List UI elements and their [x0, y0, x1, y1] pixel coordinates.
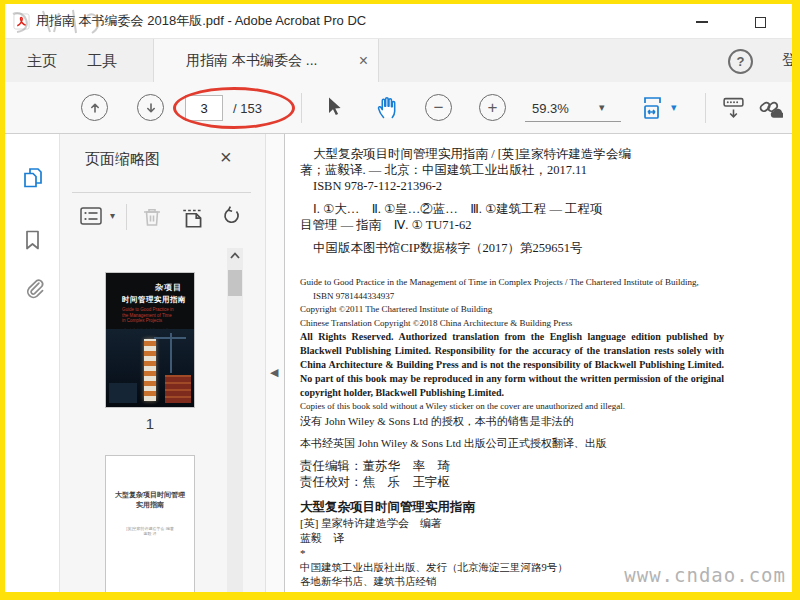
zoom-in-button[interactable]: + [479, 94, 506, 121]
next-page-button[interactable] [137, 94, 164, 121]
doc-line: Copyright ©2011 The Chartered Institute … [300, 303, 724, 317]
rotate-ccw-icon [225, 207, 238, 223]
panel-divider [72, 192, 251, 193]
zoom-level-value[interactable]: 59.3% [532, 101, 569, 116]
options-caret-icon[interactable]: ▾ [110, 210, 115, 221]
doc-line: Guide to Good Practice in the Management… [300, 276, 724, 290]
collapse-toolbar-button[interactable] [721, 95, 746, 120]
arrow-down-icon [144, 101, 158, 115]
thumbnail-1-page-label: 1 [105, 415, 195, 432]
doc-paragraph-rights: All Rights Reserved. Authorized translat… [300, 330, 724, 400]
doc-line: * [300, 546, 724, 561]
help-button[interactable]: ? [728, 49, 753, 74]
document-page[interactable]: 大型复杂项目时间管理实用指南 / [英]皇家特许建造学会编 著；蓝毅译. — 北… [285, 134, 792, 592]
trash-icon [144, 210, 160, 225]
doc-line: 蓝毅 译 [300, 531, 724, 546]
cover-title-line2: 时间管理实用指南 [106, 295, 194, 305]
minimize-icon [696, 21, 708, 23]
doc-line: 目管理 — 指南 Ⅳ. ① TU71-62 [300, 217, 724, 233]
main-toolbar: / 153 − + 59.3% ▾ ▾ [5, 82, 792, 134]
rotate-page-button[interactable] [220, 204, 244, 230]
minus-icon: − [434, 98, 444, 118]
fit-width-button[interactable] [639, 95, 665, 121]
previous-page-button[interactable] [81, 94, 108, 121]
collapse-panel-button[interactable]: ◀ [270, 366, 278, 379]
crop-page-icon [183, 211, 203, 227]
acrobat-app-icon [13, 13, 30, 30]
fit-width-icon [645, 98, 660, 118]
hand-tool-button[interactable] [375, 95, 400, 120]
cover-photo [106, 329, 194, 407]
thumbnails-scrollbar[interactable] [227, 248, 243, 592]
doc-line: [英] 皇家特许建造学会 编著 [300, 516, 724, 531]
cover-subtitle: Guide to Good Practice in the Management… [106, 307, 176, 324]
page-thumbnail-1[interactable]: 杂项目 时间管理实用指南 Guide to Good Practice in t… [105, 272, 195, 408]
doc-line: 没有 John Wiley & Sons Ltd 的授权，本书的销售是非法的 [300, 414, 724, 429]
paperclip-icon [28, 280, 43, 297]
cover-buildings-left [109, 383, 137, 403]
cover-tower [144, 339, 156, 401]
page-thumbnails-button[interactable] [21, 166, 45, 190]
navigation-rail [5, 134, 60, 592]
toolbar-panel-down-icon [724, 99, 743, 117]
tab-document-label: 用指南 本书编委会 ... [186, 52, 353, 70]
tab-tools[interactable]: 工具 [75, 39, 129, 83]
cover-crane-arm [154, 337, 186, 339]
maximize-icon [755, 17, 766, 28]
page-thumbnails-panel: 页面缩略图 × ▾ [60, 134, 265, 592]
page-thumbnail-2[interactable]: 大型复杂项目时间管理 实用指南 [英]皇家特许建造学会 编著 蓝毅 译 中国建筑… [105, 455, 195, 592]
doc-line: Chinese Translation Copyright ©2018 Chin… [300, 317, 724, 331]
doc-line: 责任校对：焦 乐 王宇枢 [300, 474, 724, 490]
page2-title-line1: 大型复杂项目时间管理 [106, 490, 194, 500]
fit-dropdown-caret-icon[interactable]: ▾ [671, 101, 677, 114]
hand-icon [379, 98, 395, 118]
delete-page-button [140, 204, 164, 230]
help-icon: ? [737, 54, 745, 69]
page-number-input[interactable] [185, 95, 223, 121]
cover-crane [170, 333, 172, 373]
minimize-button[interactable] [688, 13, 716, 31]
bookmark-icon [27, 232, 38, 249]
site-watermark: www.cndao.com [624, 564, 786, 586]
doc-line: Copies of this book sold without a Wiley… [300, 400, 724, 414]
tab-document[interactable]: 用指南 本书编委会 ... × [153, 39, 379, 83]
zoom-dropdown-caret-icon[interactable]: ▾ [599, 101, 605, 114]
zoom-out-button[interactable]: − [425, 94, 452, 121]
cover-building-red [165, 375, 191, 403]
doc-line: 大型复杂项目时间管理实用指南 / [英]皇家特许建造学会编 [300, 146, 724, 162]
cover-title-line1: 杂项目 [106, 282, 194, 293]
plus-icon: + [488, 98, 498, 118]
maximize-button[interactable] [746, 13, 774, 31]
tab-home[interactable]: 主页 [15, 39, 69, 83]
panel-close-button[interactable]: × [220, 146, 232, 169]
panel-title: 页面缩略图 [85, 150, 160, 169]
pointer-icon [329, 98, 341, 116]
page2-title-line2: 实用指南 [106, 500, 194, 510]
crop-pages-button[interactable] [180, 204, 206, 230]
toolbar-separator [705, 93, 706, 123]
doc-line: 中国版本图书馆CIP数据核字（2017）第259651号 [300, 240, 724, 256]
pages-icon [25, 169, 41, 187]
doc-line: ISBN 978-7-112-21396-2 [300, 178, 724, 194]
scroll-up-icon[interactable] [229, 251, 241, 260]
doc-line: 著；蓝毅译. — 北京：中国建筑工业出版社，2017.11 [300, 162, 724, 178]
share-link-button[interactable] [757, 95, 783, 121]
arrow-up-icon [88, 101, 102, 115]
page2-translator: 蓝毅 译 [106, 531, 194, 536]
main-area: 页面缩略图 × ▾ [5, 134, 792, 592]
tab-bar: 主页 工具 用指南 本书编委会 ... × ? 登 [5, 38, 792, 82]
bookmarks-button[interactable] [21, 228, 45, 252]
select-tool-button[interactable] [321, 95, 345, 119]
link-cloud-icon [759, 101, 783, 117]
document-text: 大型复杂项目时间管理实用指南 / [英]皇家特许建造学会编 著；蓝毅译. — 北… [300, 146, 724, 589]
panel-collapse-strip: ◀ [265, 134, 285, 592]
thumbnail-options-button[interactable] [78, 204, 104, 228]
doc-line: 责任编辑：董苏华 率 琦 [300, 458, 724, 474]
attachments-button[interactable] [21, 274, 47, 300]
scrollbar-thumb[interactable] [228, 270, 242, 296]
zoom-field-underline [525, 121, 621, 122]
sign-in-link[interactable]: 登 [782, 51, 794, 70]
doc-line: ISBN 9781444334937 [300, 290, 724, 304]
doc-book-title: 大型复杂项目时间管理实用指南 [300, 499, 724, 516]
close-tab-icon[interactable]: × [359, 52, 368, 70]
